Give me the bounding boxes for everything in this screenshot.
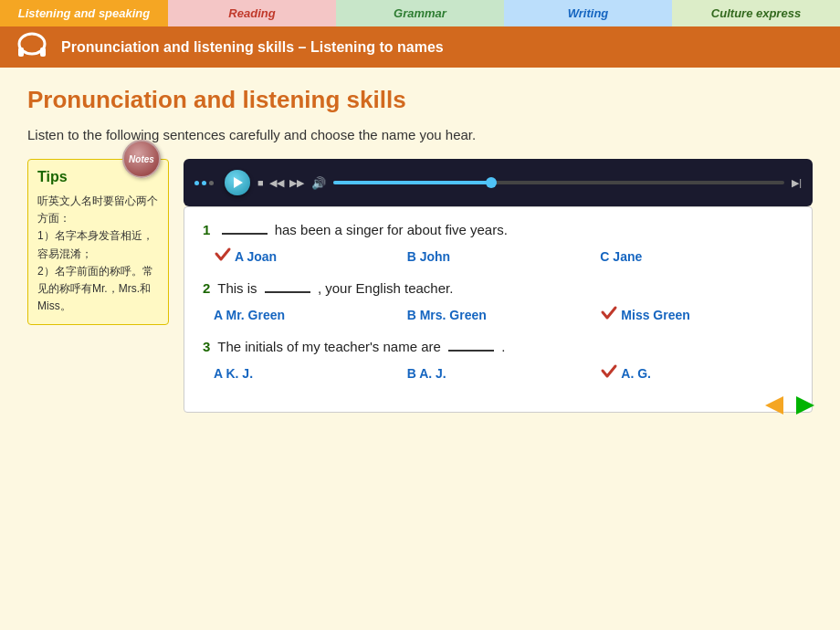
q1-check-a	[214, 245, 232, 268]
q3-number: 3	[203, 339, 210, 354]
q2-label-b: B Mrs. Green	[407, 308, 487, 322]
question-2-row: 2 This is , your English teacher. A Mr. …	[203, 280, 793, 326]
svg-rect-2	[40, 47, 46, 57]
play-icon	[234, 177, 243, 188]
next-arrow-button[interactable]	[793, 393, 822, 418]
media-player: ■ ◀◀ ▶▶ 🔊 ▶|	[184, 159, 813, 206]
next-button[interactable]: ▶▶	[289, 177, 304, 189]
nav-label-writing: Writing	[568, 6, 609, 20]
tips-box: Notes Tips 听英文人名时要留心两个方面： 1）名字本身发音相近，容易混…	[27, 159, 169, 325]
prev-arrow-icon	[758, 393, 787, 418]
nav-label-reading: Reading	[228, 6, 275, 20]
q1-answer-b[interactable]: B John	[407, 245, 601, 268]
q2-answers: A Mr. Green B Mrs. Green Miss Green	[203, 303, 793, 326]
q1-text-after: has been a singer for about five years.	[275, 222, 508, 237]
main-content: Pronunciation and listening skills Liste…	[0, 68, 840, 431]
question-2-text: 2 This is , your English teacher.	[203, 280, 793, 296]
q3-blank	[448, 350, 494, 352]
nav-label-grammar: Grammar	[394, 6, 446, 20]
skip-icon[interactable]: ▶|	[792, 177, 802, 189]
q1-blank	[222, 233, 268, 235]
q2-label-c: Miss Green	[621, 308, 689, 322]
q2-answer-c[interactable]: Miss Green	[600, 303, 793, 326]
svg-marker-3	[765, 396, 783, 415]
q1-answers: A Joan B John C Jane	[203, 245, 793, 268]
q3-label-b: B A. J.	[407, 366, 446, 381]
page-title: Pronunciation and listening skills	[27, 86, 813, 114]
progress-fill	[333, 181, 491, 184]
prev-button[interactable]: ◀◀	[269, 177, 284, 189]
headphones-icon	[14, 31, 50, 63]
player-dot-2	[202, 181, 206, 185]
q1-answer-a[interactable]: A Joan	[214, 245, 407, 268]
q1-label-c: C Jane	[600, 249, 642, 264]
q2-answer-b[interactable]: B Mrs. Green	[407, 303, 601, 326]
q2-label-a: A Mr. Green	[214, 308, 285, 322]
q2-blank	[265, 291, 310, 293]
volume-icon[interactable]: 🔊	[311, 176, 326, 190]
player-dot-3	[209, 181, 214, 185]
progress-bar[interactable]	[333, 181, 784, 184]
nav-label-culture: Culture express	[711, 6, 801, 20]
q2-check-c	[600, 303, 618, 326]
question-3-text: 3 The initials of my teacher's name are …	[203, 339, 793, 354]
q1-number: 1	[203, 222, 210, 237]
q1-answer-c[interactable]: C Jane	[600, 245, 793, 268]
question-1-row: 1 has been a singer for about five years…	[203, 222, 793, 268]
progress-thumb	[486, 177, 497, 188]
q3-check-c	[600, 362, 618, 384]
notes-badge: Notes	[122, 140, 161, 178]
player-dot-1	[194, 181, 199, 185]
player-dots	[194, 181, 214, 185]
svg-rect-1	[18, 47, 24, 57]
nav-item-culture[interactable]: Culture express	[672, 0, 840, 26]
question-1-text: 1 has been a singer for about five years…	[203, 222, 793, 237]
stop-button[interactable]: ■	[257, 177, 264, 188]
bottom-nav	[758, 393, 822, 418]
nav-item-listening[interactable]: Listening and speaking	[0, 0, 168, 26]
q3-answer-c[interactable]: A. G.	[600, 362, 793, 384]
q3-text-after: .	[501, 339, 505, 354]
next-arrow-icon	[793, 393, 822, 418]
q1-label-a: A Joan	[235, 249, 277, 264]
q2-number: 2	[203, 280, 210, 296]
q3-text-before: The initials of my teacher's name are	[217, 339, 445, 354]
top-nav: Listening and speaking Reading Grammar W…	[0, 0, 840, 26]
nav-item-grammar[interactable]: Grammar	[336, 0, 504, 26]
header-bar: Pronunciation and listening skills – Lis…	[0, 26, 840, 68]
q3-label-a: A K. J.	[214, 366, 253, 381]
play-button[interactable]	[225, 170, 250, 195]
q3-label-c: A. G.	[621, 366, 651, 381]
nav-item-reading[interactable]: Reading	[168, 0, 336, 26]
quiz-box: 1 has been a singer for about five years…	[184, 206, 813, 413]
tips-text: 听英文人名时要留心两个方面： 1）名字本身发音相近，容易混淆； 2）名字前面的称…	[37, 193, 159, 315]
svg-marker-4	[796, 396, 814, 415]
header-title: Pronunciation and listening skills – Lis…	[61, 39, 444, 56]
q2-text-before: This is	[217, 280, 261, 296]
q3-answer-b[interactable]: B A. J.	[407, 362, 601, 384]
q1-label-b: B John	[407, 249, 450, 264]
prev-arrow-button[interactable]	[758, 393, 787, 418]
content-row: Notes Tips 听英文人名时要留心两个方面： 1）名字本身发音相近，容易混…	[27, 159, 813, 413]
right-panel: ■ ◀◀ ▶▶ 🔊 ▶| 1 has been a	[184, 159, 813, 413]
question-3-row: 3 The initials of my teacher's name are …	[203, 339, 793, 384]
player-controls: ■ ◀◀ ▶▶	[257, 177, 304, 189]
q2-text-after: , your English teacher.	[318, 280, 453, 296]
nav-item-writing[interactable]: Writing	[504, 0, 672, 26]
q3-answers: A K. J. B A. J. A. G.	[203, 362, 793, 384]
q3-answer-a[interactable]: A K. J.	[214, 362, 407, 384]
nav-label-listening: Listening and speaking	[18, 6, 150, 20]
q2-answer-a[interactable]: A Mr. Green	[214, 303, 407, 326]
